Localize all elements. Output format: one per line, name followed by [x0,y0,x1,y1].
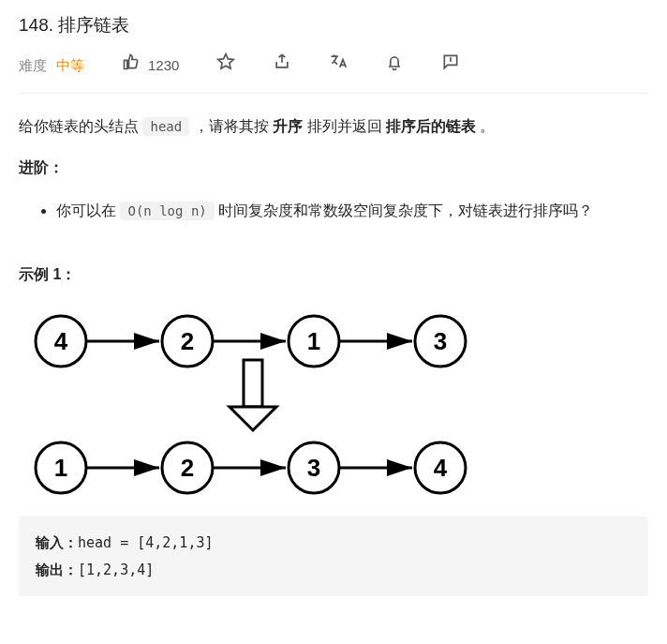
difficulty-value: 中等 [56,54,84,77]
likes-count: 1230 [148,54,179,77]
code-complexity: O(n log n) [120,202,214,220]
text: 你可以在 [56,202,120,218]
meta-row: 难度 中等 1230 [19,52,648,94]
feedback-button[interactable] [441,52,460,78]
description-paragraph: 给你链表的头结点 head ，请将其按 升序 排列并返回 排序后的链表 。 [19,114,648,139]
output-value: [1,2,3,4] [78,562,154,578]
svg-text:2: 2 [181,327,194,355]
svg-text:4: 4 [434,454,448,482]
translate-button[interactable] [329,52,348,78]
text: 时间复杂度和常数级空间复杂度下，对链表进行排序吗？ [215,202,593,218]
text: ，请将其按 [189,118,273,134]
problem-title: 148. 排序链表 [19,11,648,39]
advanced-list: 你可以在 O(n log n) 时间复杂度和常数级空间复杂度下，对链表进行排序吗… [19,197,648,225]
advanced-item: 你可以在 O(n log n) 时间复杂度和常数级空间复杂度下，对链表进行排序吗… [56,197,648,225]
thumbs-up-icon [122,52,141,78]
example1-code: 输入：head = [4,2,1,3] 输出：[1,2,3,4] [19,517,648,596]
likes-button[interactable]: 1230 [122,52,179,78]
example1-diagram: 4 2 1 3 1 [19,304,648,508]
share-icon [273,52,291,78]
text: 排列并返回 [303,118,386,134]
svg-text:2: 2 [181,454,194,482]
input-label: 输入： [36,534,78,550]
notify-button[interactable] [385,52,404,78]
text: 给你链表的头结点 [19,118,142,134]
example1-heading: 示例 1： [19,262,648,287]
difficulty: 难度 中等 [19,54,84,77]
svg-text:4: 4 [54,327,68,355]
bold-ascending: 升序 [273,118,303,134]
share-button[interactable] [273,52,291,78]
svg-rect-11 [244,360,262,407]
svg-text:3: 3 [307,454,320,482]
favorite-button[interactable] [216,52,235,78]
translate-icon [329,52,348,78]
output-label: 输出： [36,562,78,577]
feedback-icon [441,52,460,78]
text: 。 [476,118,495,134]
svg-text:1: 1 [54,454,67,482]
bold-sorted-list: 排序后的链表 [386,118,476,134]
linked-list-diagram-svg: 4 2 1 3 1 [19,304,487,501]
svg-text:3: 3 [434,327,447,355]
input-value: head = [4,2,1,3] [78,534,214,551]
star-icon [216,52,235,78]
bell-icon [385,52,404,78]
difficulty-label: 难度 [19,54,47,77]
problem-content: 给你链表的头结点 head ，请将其按 升序 排列并返回 排序后的链表 。 进阶… [19,94,648,596]
advanced-heading: 进阶： [19,156,648,180]
svg-text:1: 1 [307,327,320,355]
code-head: head [142,117,189,136]
